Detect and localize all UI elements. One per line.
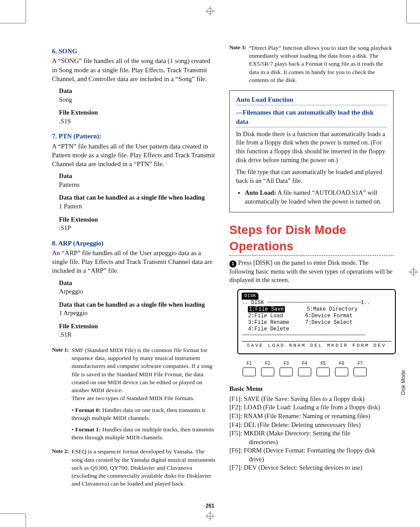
lcd-tab: DISK <box>242 293 258 300</box>
menu-f5b: directories) <box>229 438 394 447</box>
side-tab-label: Disk Mode <box>400 370 407 395</box>
f3-key <box>280 367 293 376</box>
autoload-title2: —Filenames that can automatically load t… <box>236 108 387 126</box>
lcd-item3: 3:File Rename <box>248 319 289 326</box>
lcd-softkey-bar: SAVE LOAD RNAM DEL MKDIR FORM DEV <box>242 341 391 349</box>
left-column: 6. SONG A “SONG” file handles all of the… <box>52 44 216 488</box>
f2-key <box>261 367 274 376</box>
sec8-data-label: Data <box>59 279 216 288</box>
step1-text: Press [DISK] on the panel to enter Disk … <box>229 259 392 283</box>
menu-f3: [F3]: RNAM (File Rename: Naming or renam… <box>229 412 394 421</box>
sec8-load-label: Data that can be handled as a single fil… <box>59 301 216 309</box>
basic-menu-list: [F1]: SAVE (File Save: Saving files to a… <box>229 395 394 472</box>
lcd-screen: DISK .. DISK ~~~~~~~~~~~~~~~~~~~~~~~~~~~… <box>237 289 396 354</box>
sec8-ext-label: File Extension <box>59 322 216 331</box>
section-8-title: 8. ARP (Arpeggio) <box>52 239 216 248</box>
section-6-title: 6. SONG <box>52 47 216 56</box>
autoload-p2: The file type that can automatically be … <box>236 168 387 185</box>
autoload-bullet: Auto Load: A file named “AUTOLOAD.S1A” w… <box>245 189 387 206</box>
f4-key <box>298 367 311 376</box>
autoload-box: Auto Load Function —Filenames that can a… <box>229 90 394 212</box>
f1-key <box>243 367 256 376</box>
note3-tag: Note 3: <box>229 44 247 84</box>
f4-label: F4 <box>302 361 307 366</box>
basic-menu-title: Basic Menu <box>229 384 394 393</box>
note2-tag: Note 2: <box>52 448 69 488</box>
sec7-load-label: Data that can be handled as a single fil… <box>59 193 216 202</box>
sec7-ext-label: File Extension <box>59 215 216 224</box>
menu-f5a: [F5]: MKDIR (Make Directory: Setting the… <box>229 429 394 438</box>
autoload-title1: Auto Load Function <box>236 95 387 104</box>
sec7-data-label: Data <box>59 172 216 181</box>
note1-text: SMF (Standard MIDI File) is the common f… <box>72 347 212 393</box>
note3-body: “Direct Play” function allows you to sta… <box>249 44 394 84</box>
step-number-icon: 1 <box>229 260 236 267</box>
note2-body: ESEQ is a sequencer format developed by … <box>72 448 216 488</box>
menu-f2: [F2]: LOAD (File Load: Loading a file fr… <box>229 403 394 412</box>
f7-label: F7 <box>357 361 363 366</box>
f5-key <box>317 367 330 376</box>
sec6-data-value: Song <box>59 96 216 104</box>
steps-heading: Steps for Disk Mode Operations <box>229 222 394 254</box>
lcd-item4: 4:File Delete <box>248 326 289 332</box>
sec6-data-label: Data <box>59 87 216 96</box>
note1-f0-label: Format 0: <box>75 407 101 413</box>
note1-tag: Note 1: <box>52 346 69 442</box>
sec6-ext-value: .S1S <box>59 117 216 126</box>
note1-body: SMF (Standard MIDI File) is the common f… <box>72 346 216 442</box>
section-6-body: A “SONG” file handles all of the song da… <box>52 56 216 83</box>
lcd-item1: 1:File Save <box>248 306 284 312</box>
f7-key <box>354 367 367 376</box>
menu-f6b: drive) <box>229 455 394 464</box>
autoload-p1: In Disk mode there is a function that au… <box>236 130 387 164</box>
lcd-item6: 6:Device Format <box>305 313 353 319</box>
section-7-title: 7. PTN (Pattern): <box>52 132 216 141</box>
f1-label: F1 <box>247 361 252 366</box>
f5-label: F5 <box>321 361 326 366</box>
f6-key <box>335 367 348 376</box>
menu-f1: [F1]: SAVE (File Save: Saving files to a… <box>229 395 394 404</box>
f6-label: F6 <box>339 361 344 366</box>
f2-label: F2 <box>265 361 270 366</box>
autoload-bullet-label: Auto Load: <box>245 189 276 196</box>
section-8-body: An “ARP” file handles all of the User ar… <box>52 249 216 275</box>
right-column: Note 3: “Direct Play” function allows yo… <box>229 44 394 488</box>
lcd-item5: 5:Make Directory <box>307 306 357 312</box>
page-number: 261 <box>0 502 420 509</box>
note1-text2: There are two types of Standard MIDI Fil… <box>72 395 195 401</box>
sec7-data-value: Patterns <box>59 181 216 189</box>
menu-f6a: [F6]: FORM (Device Format: Formatting th… <box>229 446 394 455</box>
lcd-header: DISK <box>251 300 264 306</box>
fkey-row: F1 F2 F3 F4 F5 F6 F7 <box>243 360 394 376</box>
sec8-ext-value: .S1R <box>59 330 216 339</box>
sec8-load-value: 1 Arpeggio <box>59 309 216 318</box>
section-7-body: A “PTN” file handles all of the User pat… <box>52 142 216 169</box>
menu-f7: [F7]: DEV (Device Select: Selecting devi… <box>229 464 394 472</box>
note1-f1-label: Format 1: <box>75 426 101 433</box>
sec7-ext-value: .S1P <box>59 224 216 233</box>
sec7-load-value: 1 Pattern <box>59 202 216 211</box>
sec6-ext-label: File Extension <box>59 108 216 117</box>
sec8-data-value: Arpeggio <box>59 287 216 296</box>
f3-label: F3 <box>284 361 289 366</box>
lcd-item2: 2:File Load <box>248 313 283 319</box>
step1: 1Press [DISK] on the panel to enter Disk… <box>229 259 394 285</box>
lcd-item7: 7:Device Select <box>305 319 353 326</box>
menu-f4: [F4]: DEL (File Delete: Deleting unneces… <box>229 421 394 430</box>
